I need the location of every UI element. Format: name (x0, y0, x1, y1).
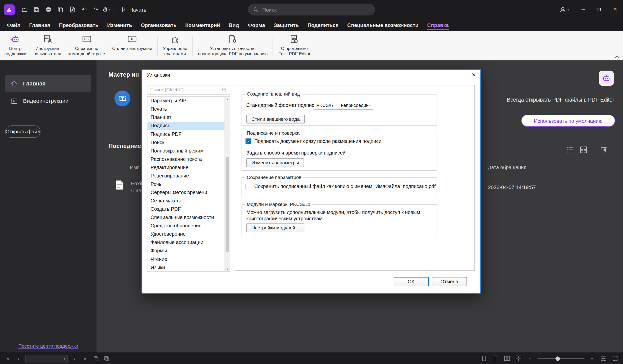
instructions-wizard-icon[interactable] (114, 90, 130, 106)
scroll-up-icon[interactable]: ▲ (225, 97, 230, 102)
trash-icon[interactable] (600, 146, 608, 153)
minimize-button[interactable]: ─ (575, 0, 591, 19)
ribbon-item-support-center[interactable]: Центрподдержки (1, 33, 30, 59)
tab-share[interactable]: Поделиться (303, 19, 343, 31)
dialog-close-icon[interactable]: ✕ (472, 72, 476, 78)
tab-form[interactable]: Форма (243, 19, 269, 31)
scrollbar-thumb[interactable] (226, 157, 229, 252)
grid-view-icon[interactable] (580, 146, 587, 154)
single-page-view-icon[interactable] (480, 354, 488, 363)
save-icon[interactable] (31, 4, 42, 15)
tab-help[interactable]: Справка (423, 19, 453, 31)
preferences-list-item[interactable]: Файловые ассоциации (147, 238, 230, 247)
preferences-list-item[interactable]: Формы (147, 247, 230, 255)
sign-immediately-checkbox[interactable]: ✓ (246, 139, 251, 144)
facing-view-icon[interactable] (503, 354, 511, 363)
zoom-in-icon[interactable]: + (588, 354, 596, 363)
list-view-icon[interactable] (566, 146, 574, 154)
recent-file-name[interactable]: Foxit (131, 180, 142, 187)
tab-file[interactable]: Файл (2, 19, 25, 31)
next-page-icon[interactable]: › (70, 354, 78, 363)
preferences-list-item[interactable]: Речь (147, 180, 230, 189)
start-button[interactable]: Начать (117, 5, 149, 14)
tab-edit[interactable]: Изменить (103, 19, 136, 31)
open-file-icon[interactable] (19, 4, 31, 15)
search-input[interactable]: Поиск (248, 4, 375, 15)
list-scrollbar[interactable]: ▲ ▼ (225, 97, 230, 271)
preferences-search-input[interactable]: Поиск (Ctrl + F) (147, 85, 230, 95)
preferences-list-item[interactable]: Чтение (147, 255, 230, 263)
preferences-list-item[interactable]: Параметры AIP (147, 97, 230, 105)
preferences-list-item[interactable]: Поиск (147, 139, 230, 147)
preferences-list-item[interactable]: Создать PDF (147, 205, 230, 214)
tab-home[interactable]: Главная (25, 19, 55, 31)
sidebar-item-video-tutorials[interactable]: Видеоинструкции (5, 92, 91, 109)
preferences-list-item[interactable]: Редактирование (147, 164, 230, 172)
copy-page-icon[interactable] (92, 354, 100, 363)
facing-continuous-view-icon[interactable] (514, 354, 522, 363)
ok-button[interactable]: OK (394, 277, 429, 286)
module-settings-button[interactable]: Настройки модулей... (246, 224, 304, 232)
maximize-button[interactable] (591, 0, 607, 19)
use-as-default-button[interactable]: Использовать по умолчанию (521, 115, 615, 127)
support-center-link[interactable]: Посетите центр поддержки (0, 343, 97, 349)
first-page-icon[interactable]: « (4, 354, 12, 363)
tab-comment[interactable]: Комментарий (181, 19, 224, 31)
preferences-list-item[interactable]: Подпись PDF (147, 130, 230, 138)
sidebar-item-home[interactable]: Главная (5, 75, 91, 92)
cancel-button[interactable]: Отмена (432, 277, 467, 286)
preferences-list-item[interactable]: Распознавание текста (147, 155, 230, 164)
page-number-field[interactable]: ▾ (25, 355, 68, 362)
preferences-list-item[interactable]: Сетка макета (147, 197, 230, 205)
ribbon-item-plugin-manager[interactable]: Управлениеплагинами (159, 33, 191, 59)
preferences-list-item[interactable]: Печать (147, 105, 230, 113)
zoom-slider-thumb[interactable] (555, 356, 560, 360)
preferences-list-item[interactable]: Планшет (147, 113, 230, 122)
preferences-list-item[interactable]: Удостоверение (147, 230, 230, 238)
ribbon-item-user-manual[interactable]: Инструкцияпользователя (30, 33, 65, 59)
save-signed-copy-checkbox[interactable] (246, 184, 251, 189)
copy-icon[interactable] (55, 4, 66, 15)
ribbon-item-online-tutorials[interactable]: Онлайн-инструкции (109, 33, 156, 59)
tab-organize[interactable]: Организовать (137, 19, 181, 31)
scroll-down-icon[interactable]: ▼ (225, 266, 230, 271)
zoom-out-icon[interactable]: − (526, 354, 534, 363)
hand-tool-button[interactable]: ▾ (102, 6, 110, 13)
duplicate-page-icon[interactable] (102, 354, 110, 363)
preferences-list-item[interactable]: Специальные возможности (147, 214, 230, 222)
preferences-list-item[interactable]: Полноэкранный режим (147, 147, 230, 155)
undo-icon[interactable]: ↶ (78, 4, 90, 15)
preferences-list-item[interactable]: Языки (147, 264, 230, 272)
dialog-titlebar[interactable]: Установки ✕ (142, 70, 480, 80)
continuous-view-icon[interactable] (492, 354, 499, 363)
collapse-ribbon-icon[interactable] (615, 55, 619, 58)
column-header-date[interactable]: Дата обращения (488, 165, 527, 170)
previous-page-icon[interactable]: ‹ (15, 354, 22, 363)
column-header-name[interactable]: Имя (130, 165, 140, 170)
print-icon[interactable] (42, 4, 54, 15)
signature-format-dropdown[interactable]: PKCS#7 — неприсоедине ▾ (314, 101, 373, 110)
ai-assistant-icon[interactable] (599, 71, 614, 86)
preferences-list-item[interactable]: Средство обновления (147, 222, 230, 230)
tab-convert[interactable]: Преобразовать (55, 19, 103, 31)
preferences-list-item-selected[interactable]: Подпись (147, 122, 230, 130)
add-page-icon[interactable] (66, 4, 78, 15)
tab-view[interactable]: Вид (224, 19, 243, 31)
tab-accessibility[interactable]: Специальные возможности (343, 19, 423, 31)
tab-protect[interactable]: Защитить (269, 19, 303, 31)
fullscreen-icon[interactable] (611, 354, 619, 363)
close-button[interactable]: ✕ (607, 0, 623, 19)
preferences-list-item[interactable]: Серверы меток времени (147, 189, 230, 197)
ribbon-item-command-line-help[interactable]: C:\_ Справка покомандной строке (65, 33, 109, 59)
change-settings-button[interactable]: Изменить параметры (246, 158, 304, 167)
preferences-list-item[interactable]: Рецензирование (147, 172, 230, 180)
ribbon-item-set-default-viewer[interactable]: Установить в качествепросмотрщика PDF по… (194, 33, 271, 59)
appearance-styles-button[interactable]: Стили внешнего вида (246, 115, 305, 124)
redo-icon[interactable]: ↷ (90, 4, 102, 15)
account-button[interactable]: ▾ (560, 6, 569, 13)
ribbon-item-about[interactable]: О программеFoxit PDF Editor (275, 33, 314, 59)
fit-page-icon[interactable] (600, 354, 607, 363)
zoom-slider[interactable] (537, 354, 584, 363)
open-file-button[interactable]: Открыть файл (5, 126, 41, 138)
last-page-icon[interactable]: » (81, 354, 89, 363)
